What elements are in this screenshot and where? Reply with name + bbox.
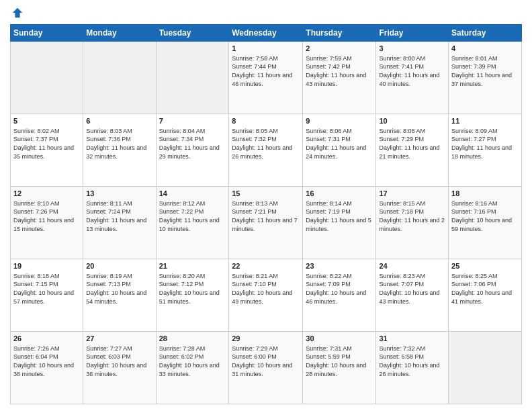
calendar-day-cell — [156, 42, 229, 114]
calendar-day-cell — [11, 42, 83, 114]
day-info: Sunrise: 7:29 AM — [232, 345, 300, 353]
day-number: 29 — [232, 334, 300, 344]
day-number: 14 — [159, 189, 226, 199]
day-info: Sunrise: 8:03 AM — [86, 127, 152, 136]
day-info: Sunrise: 8:00 AM — [379, 54, 445, 63]
day-number: 13 — [86, 189, 152, 199]
day-info: Sunset: 6:00 PM — [232, 353, 300, 361]
day-number: 27 — [86, 334, 152, 344]
calendar-day-cell: 17Sunrise: 8:15 AMSunset: 7:18 PMDayligh… — [376, 187, 449, 259]
day-number: 20 — [86, 261, 152, 271]
svg-marker-0 — [13, 8, 22, 17]
day-info: Sunrise: 8:16 AM — [451, 199, 519, 208]
calendar-day-cell: 16Sunrise: 8:14 AMSunset: 7:19 PMDayligh… — [303, 187, 376, 259]
calendar-day-cell: 8Sunrise: 8:05 AMSunset: 7:32 PMDaylight… — [229, 114, 303, 187]
day-number: 16 — [306, 189, 373, 199]
calendar-week-row: 12Sunrise: 8:10 AMSunset: 7:26 PMDayligh… — [11, 187, 522, 259]
day-info: Sunrise: 8:11 AM — [86, 199, 152, 208]
day-number: 18 — [451, 189, 519, 199]
day-info: Sunset: 5:58 PM — [379, 353, 445, 361]
day-info: Daylight: 10 hours and 43 minutes. — [379, 289, 445, 306]
day-info: Daylight: 11 hours and 2 minutes. — [379, 216, 445, 233]
day-info: Sunset: 7:31 PM — [306, 135, 373, 144]
calendar-day-cell: 28Sunrise: 7:28 AMSunset: 6:02 PMDayligh… — [156, 332, 229, 404]
day-info: Daylight: 11 hours and 35 minutes. — [13, 144, 80, 161]
day-number: 5 — [13, 116, 80, 126]
calendar-day-cell — [83, 42, 156, 114]
day-number: 7 — [159, 116, 226, 126]
day-info: Sunset: 7:07 PM — [379, 280, 445, 289]
page: SundayMondayTuesdayWednesdayThursdayFrid… — [0, 0, 532, 411]
day-info: Sunrise: 8:02 AM — [13, 127, 80, 136]
day-info: Sunset: 7:16 PM — [451, 208, 519, 216]
day-info: Sunset: 7:22 PM — [159, 208, 226, 216]
day-info: Sunset: 6:03 PM — [86, 353, 152, 361]
day-number: 17 — [379, 189, 445, 199]
day-info: Sunset: 7:29 PM — [379, 135, 445, 144]
day-info: Sunset: 6:04 PM — [13, 353, 80, 361]
day-number: 6 — [86, 116, 152, 126]
calendar-day-header: Wednesday — [229, 25, 303, 42]
day-number: 8 — [232, 116, 300, 126]
calendar-day-header: Sunday — [11, 25, 83, 42]
calendar-week-row: 5Sunrise: 8:02 AMSunset: 7:37 PMDaylight… — [11, 114, 522, 187]
day-info: Sunset: 7:32 PM — [232, 135, 300, 144]
calendar-day-cell: 7Sunrise: 8:04 AMSunset: 7:34 PMDaylight… — [156, 114, 229, 187]
day-info: Daylight: 11 hours and 21 minutes. — [379, 144, 445, 161]
calendar-day-cell: 31Sunrise: 7:32 AMSunset: 5:58 PMDayligh… — [376, 332, 449, 404]
calendar-day-cell: 21Sunrise: 8:20 AMSunset: 7:12 PMDayligh… — [156, 259, 229, 332]
day-info: Sunrise: 8:08 AM — [379, 127, 445, 136]
day-info: Daylight: 11 hours and 29 minutes. — [159, 144, 226, 161]
day-info: Sunset: 6:02 PM — [159, 353, 226, 361]
day-number: 1 — [232, 44, 300, 54]
day-info: Daylight: 11 hours and 15 minutes. — [13, 216, 80, 233]
day-info: Sunrise: 8:21 AM — [232, 272, 300, 281]
day-info: Sunset: 7:37 PM — [13, 135, 80, 144]
calendar-day-cell: 14Sunrise: 8:12 AMSunset: 7:22 PMDayligh… — [156, 187, 229, 259]
day-info: Daylight: 11 hours and 43 minutes. — [306, 71, 373, 88]
day-info: Daylight: 10 hours and 33 minutes. — [159, 361, 226, 378]
day-info: Sunrise: 8:23 AM — [379, 272, 445, 281]
day-info: Sunset: 7:12 PM — [159, 280, 226, 289]
day-info: Sunrise: 8:18 AM — [13, 272, 80, 281]
calendar-day-header: Monday — [83, 25, 156, 42]
header — [10, 7, 522, 19]
day-info: Daylight: 11 hours and 37 minutes. — [451, 71, 519, 88]
calendar-day-header: Thursday — [303, 25, 376, 42]
day-number: 28 — [159, 334, 226, 344]
day-info: Sunrise: 7:26 AM — [13, 345, 80, 353]
day-info: Sunrise: 8:15 AM — [379, 199, 445, 208]
day-info: Sunset: 7:19 PM — [306, 208, 373, 216]
day-info: Sunrise: 8:25 AM — [451, 272, 519, 281]
calendar-day-cell: 20Sunrise: 8:19 AMSunset: 7:13 PMDayligh… — [83, 259, 156, 332]
day-info: Sunset: 7:09 PM — [306, 280, 373, 289]
day-number: 3 — [379, 44, 445, 54]
day-number: 30 — [306, 334, 373, 344]
calendar-day-cell — [449, 332, 522, 404]
day-info: Daylight: 10 hours and 31 minutes. — [232, 361, 300, 378]
day-info: Sunrise: 8:04 AM — [159, 127, 226, 136]
calendar-day-cell: 24Sunrise: 8:23 AMSunset: 7:07 PMDayligh… — [376, 259, 449, 332]
day-info: Daylight: 10 hours and 54 minutes. — [86, 289, 152, 306]
day-info: Sunrise: 8:01 AM — [451, 54, 519, 63]
day-number: 12 — [13, 189, 80, 199]
day-number: 23 — [306, 261, 373, 271]
calendar-day-cell: 26Sunrise: 7:26 AMSunset: 6:04 PMDayligh… — [11, 332, 83, 404]
day-number: 19 — [13, 261, 80, 271]
logo-icon — [11, 7, 24, 19]
day-info: Sunset: 7:13 PM — [86, 280, 152, 289]
day-info: Daylight: 10 hours and 59 minutes. — [451, 216, 519, 233]
day-number: 2 — [306, 44, 373, 54]
calendar-day-cell: 30Sunrise: 7:31 AMSunset: 5:59 PMDayligh… — [303, 332, 376, 404]
day-info: Sunrise: 8:05 AM — [232, 127, 300, 136]
calendar-week-row: 1Sunrise: 7:58 AMSunset: 7:44 PMDaylight… — [11, 42, 522, 114]
day-info: Sunset: 7:24 PM — [86, 208, 152, 216]
calendar-day-cell: 11Sunrise: 8:09 AMSunset: 7:27 PMDayligh… — [449, 114, 522, 187]
day-info: Sunset: 7:44 PM — [232, 62, 300, 71]
day-number: 15 — [232, 189, 300, 199]
day-info: Sunrise: 8:20 AM — [159, 272, 226, 281]
day-info: Sunrise: 8:14 AM — [306, 199, 373, 208]
calendar-day-cell: 9Sunrise: 8:06 AMSunset: 7:31 PMDaylight… — [303, 114, 376, 187]
day-info: Daylight: 10 hours and 49 minutes. — [232, 289, 300, 306]
day-number: 26 — [13, 334, 80, 344]
